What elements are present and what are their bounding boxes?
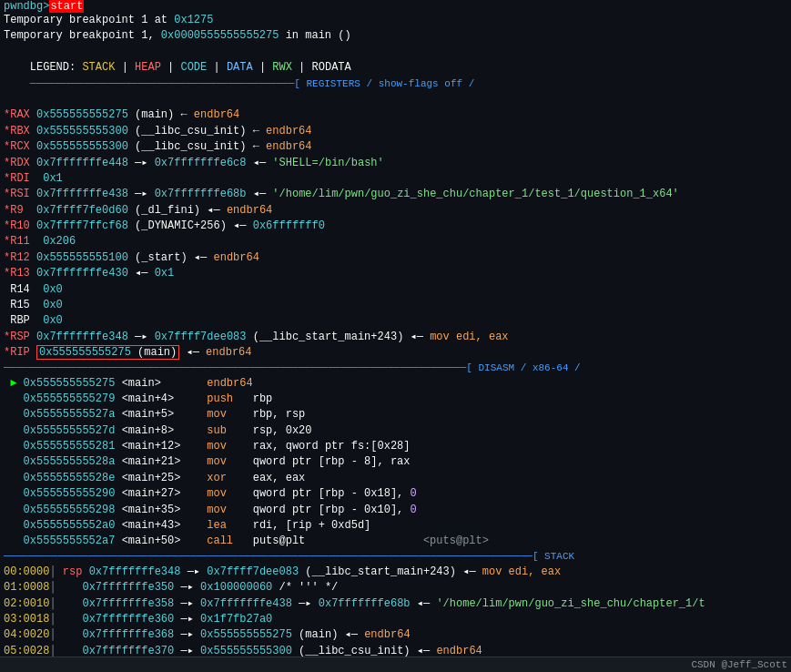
reg-r10: *R10 0x7ffff7ffcf68 (_DYNAMIC+256) ◂— 0x… xyxy=(0,219,791,234)
reg-rsi: *RSI 0x7fffffffe438 —▸ 0x7fffffffe68b ◂—… xyxy=(0,187,791,202)
reg-rdi: *RDI 0x1 xyxy=(0,171,791,187)
stack-1: 01:0008│ 0x7fffffffe350 —▸ 0x100000060 /… xyxy=(0,580,791,596)
disasm-7: 0x555555555290 <main+27> mov qword ptr [… xyxy=(0,486,791,502)
prompt-line: pwndbg> start xyxy=(0,0,791,13)
stack-2: 02:0010│ 0x7fffffffe358 —▸ 0x7fffffffe43… xyxy=(0,596,791,612)
reg-r9: *R9 0x7ffff7fe0d60 (_dl_fini) ◂— endbr64 xyxy=(0,203,791,219)
terminal-window: pwndbg> start Temporary breakpoint 1 at … xyxy=(0,0,791,672)
reg-rbp: RBP 0x0 xyxy=(0,313,791,329)
watermark: CSDN @Jeff_Scott xyxy=(691,659,787,670)
reg-rip: *RIP 0x555555555275 (main) ◂— endbr64 xyxy=(0,345,791,361)
stack-header: ────────────────────────────────────────… xyxy=(0,550,791,565)
reg-r13: *R13 0x7fffffffe430 ◂— 0x1 xyxy=(0,266,791,281)
bottom-bar: CSDN @Jeff_Scott xyxy=(0,657,791,672)
disasm-10: 0x5555555552a7 <main+50> call puts@plt <… xyxy=(0,534,791,549)
reg-rbx: *RBX 0x555555555300 (__libc_csu_init) ← … xyxy=(0,124,791,139)
disasm-8: 0x555555555298 <main+35> mov qword ptr [… xyxy=(0,503,791,518)
reg-rsp: *RSP 0x7fffffffe348 —▸ 0x7ffff7dee083 (_… xyxy=(0,330,791,345)
command-text: start xyxy=(49,0,84,13)
reg-rax: *RAX 0x555555555275 (main) ← endbr64 xyxy=(0,107,791,123)
disasm-9: 0x5555555552a0 <main+43> lea rdi, [rip +… xyxy=(0,518,791,534)
disasm-header: ────────────────────────────────────────… xyxy=(0,361,791,376)
bp-line-1: Temporary breakpoint 1 at 0x1275 xyxy=(0,13,791,28)
disasm-0: ► 0x555555555275 <main> endbr64 xyxy=(0,376,791,392)
disasm-2: 0x55555555527a <main+5> mov rbp, rsp xyxy=(0,407,791,423)
bp-line-2: Temporary breakpoint 1, 0x00005555555552… xyxy=(0,28,791,44)
disasm-1: 0x555555555279 <main+4> push rbp xyxy=(0,392,791,407)
stack-0: 00:0000│ rsp 0x7fffffffe348 —▸ 0x7ffff7d… xyxy=(0,565,791,580)
reg-r14: R14 0x0 xyxy=(0,282,791,298)
reg-rdx: *RDX 0x7fffffffe448 —▸ 0x7fffffffe6c8 ◂—… xyxy=(0,156,791,171)
disasm-4: 0x555555555281 <main+12> mov rax, qword … xyxy=(0,439,791,454)
reg-r11: *R11 0x206 xyxy=(0,234,791,249)
reg-r12: *R12 0x555555555100 (_start) ◂— endbr64 xyxy=(0,250,791,266)
stack-4: 04:0020│ 0x7fffffffe368 —▸ 0x55555555527… xyxy=(0,627,791,643)
disasm-3: 0x55555555527d <main+8> sub rsp, 0x20 xyxy=(0,423,791,439)
legend-line: LEGEND: STACK | HEAP | CODE | DATA | RWX… xyxy=(0,45,791,108)
stack-3: 03:0018│ 0x7fffffffe360 —▸ 0x1f7fb27a0 xyxy=(0,612,791,627)
reg-rcx: *RCX 0x555555555300 (__libc_csu_init) ← … xyxy=(0,139,791,155)
disasm-5: 0x55555555528a <main+21> mov qword ptr [… xyxy=(0,454,791,470)
disasm-6: 0x55555555528e <main+25> xor eax, eax xyxy=(0,471,791,486)
reg-r15: R15 0x0 xyxy=(0,298,791,313)
prompt-text: pwndbg> xyxy=(4,0,49,13)
